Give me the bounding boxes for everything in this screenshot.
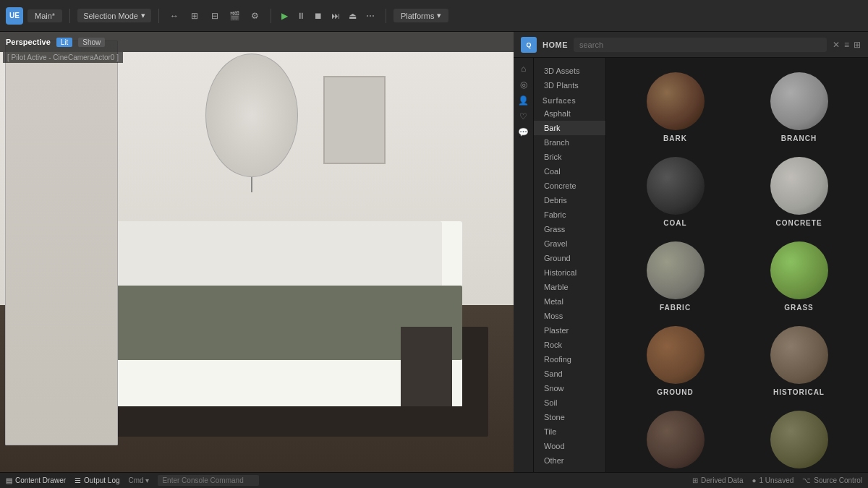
grid-view-icon[interactable]: ⊞ (854, 40, 861, 50)
settings-icon[interactable]: ⚙ (247, 8, 263, 24)
nav-item-coal[interactable]: Coal (534, 164, 605, 179)
nav-section-surfaces: Surfaces (534, 93, 605, 106)
nav-item-plaster[interactable]: Plaster (534, 323, 605, 338)
viewport-badge-lit[interactable]: Lit (56, 38, 73, 47)
log-icon: ☰ (75, 476, 81, 484)
nav-item-fabric[interactable]: Fabric (534, 207, 605, 222)
material-card-fabric[interactable]: FABRIC (615, 236, 736, 317)
browser-icons-col: ⌂ ◎ 👤 ♡ 💬 (514, 58, 534, 472)
cmd-dropdown[interactable]: Cmd ▾ (129, 476, 150, 484)
nav-item-soil[interactable]: Soil (534, 395, 605, 410)
globe-nav-icon[interactable]: ◎ (520, 80, 527, 90)
scene-nightstand (401, 327, 452, 406)
nav-item-asphalt[interactable]: Asphalt (534, 106, 605, 121)
browser-header: Q HOME ✕ ≡ ⊞ (514, 32, 868, 58)
browser-header-icons: ✕ ≡ ⊞ (833, 40, 861, 50)
close-icon[interactable]: ✕ (833, 40, 840, 50)
scene-bed-pillows (72, 221, 441, 295)
browser-home-tab[interactable]: HOME (542, 40, 568, 49)
nav-item-ground[interactable]: Ground (534, 251, 605, 265)
app-logo: UE (6, 7, 23, 25)
status-bar: ▤ Content Drawer ☰ Output Log Cmd ▾ ⊞ De… (0, 472, 868, 488)
nav-item-other[interactable]: Other (534, 453, 605, 468)
nav-item-marble[interactable]: Marble (534, 280, 605, 294)
browser-body: ⌂ ◎ 👤 ♡ 💬 3D Assets 3D Plants Surfaces A… (514, 58, 868, 472)
console-input[interactable] (158, 475, 259, 486)
bedroom-scene (0, 32, 514, 472)
viewport-tab-perspective[interactable]: Perspective (6, 38, 51, 46)
nav-item-snow[interactable]: Snow (534, 381, 605, 395)
browser-grid-area: BARKBRANCHCOALCONCRETEFABRICGRASSGROUNDH… (606, 58, 868, 472)
material-label-historical: HISTORICAL (773, 388, 825, 396)
material-card-moss[interactable]: MOSS (739, 405, 859, 472)
nav-item-gravel[interactable]: Gravel (534, 236, 605, 251)
material-sphere-grass (770, 241, 828, 299)
derived-data-btn[interactable]: ⊞ Derived Data (692, 476, 743, 484)
material-card-branch[interactable]: BRANCH (739, 67, 859, 148)
main-tab[interactable]: Main* (27, 9, 62, 22)
content-drawer-btn[interactable]: ▤ Content Drawer (6, 476, 66, 484)
material-card-grass[interactable]: GRASS (739, 236, 859, 317)
nav-item-3d-assets[interactable]: 3D Assets (534, 64, 605, 78)
scene-door (5, 40, 118, 445)
nav-item-brick[interactable]: Brick (534, 150, 605, 164)
viewport-badge-show[interactable]: Show (78, 38, 105, 47)
material-sphere-metal (647, 411, 705, 468)
nav-item-roofing[interactable]: Roofing (534, 352, 605, 367)
nav-item-moss[interactable]: Moss (534, 309, 605, 323)
scene-lamp (205, 53, 298, 207)
source-control-btn[interactable]: ⌥ Source Control (802, 476, 862, 484)
material-sphere-historical (770, 326, 828, 384)
stop-button[interactable]: ⏹ (310, 8, 326, 24)
skip-button[interactable]: ⏭ (328, 8, 344, 24)
play-button[interactable]: ▶ (278, 9, 292, 22)
material-label-branch: BRANCH (781, 134, 817, 142)
material-card-metal[interactable]: METAL (615, 405, 736, 472)
nav-item-3d-plants[interactable]: 3D Plants (534, 78, 605, 93)
material-sphere-concrete (770, 157, 828, 215)
nav-item-stone[interactable]: Stone (534, 410, 605, 424)
platforms-dropdown[interactable]: Platforms ▾ (393, 9, 448, 22)
unsaved-btn[interactable]: ● 1 Unsaved (752, 476, 793, 484)
selection-mode-dropdown[interactable]: Selection Mode ▾ (77, 9, 151, 22)
snap-icon[interactable]: ⊞ (187, 8, 203, 24)
heart-nav-icon[interactable]: ♡ (519, 111, 527, 121)
material-sphere-bark (647, 72, 705, 130)
material-label-ground: GROUND (657, 388, 693, 396)
user-nav-icon[interactable]: 👤 (518, 95, 529, 106)
drawer-icon: ▤ (6, 476, 12, 484)
material-card-bark[interactable]: BARK (615, 67, 736, 148)
browser-logo: Q (521, 37, 537, 53)
nav-item-debris[interactable]: Debris (534, 193, 605, 207)
more-button[interactable]: ⋯ (362, 8, 378, 24)
nav-item-historical[interactable]: Historical (534, 265, 605, 280)
grid-icon[interactable]: ⊟ (207, 8, 223, 24)
menu-icon[interactable]: ≡ (844, 40, 849, 50)
nav-item-rock[interactable]: Rock (534, 338, 605, 352)
home-nav-icon[interactable]: ⌂ (521, 64, 526, 74)
output-log-btn[interactable]: ☰ Output Log (75, 476, 119, 484)
material-sphere-coal (647, 157, 705, 215)
pause-button[interactable]: ⏸ (293, 8, 309, 24)
nav-item-concrete[interactable]: Concrete (534, 179, 605, 193)
material-card-ground[interactable]: GROUND (615, 320, 736, 402)
nav-item-bark[interactable]: Bark (534, 121, 605, 135)
material-label-bark: BARK (663, 134, 687, 142)
material-card-coal[interactable]: COAL (615, 151, 736, 233)
nav-item-grass[interactable]: Grass (534, 222, 605, 236)
nav-item-metal[interactable]: Metal (534, 294, 605, 309)
nav-item-branch[interactable]: Branch (534, 135, 605, 150)
scene-lamp-cord (251, 177, 252, 192)
nav-item-wood[interactable]: Wood (534, 439, 605, 453)
chat-nav-icon[interactable]: 💬 (518, 127, 529, 137)
eject-button[interactable]: ⏏ (345, 8, 361, 24)
material-card-historical[interactable]: HISTORICAL (739, 320, 859, 402)
separator-1 (69, 9, 70, 23)
camera-icon[interactable]: 🎬 (227, 8, 243, 24)
nav-item-tile[interactable]: Tile (534, 424, 605, 439)
browser-search-input[interactable] (574, 38, 827, 52)
transform-icon[interactable]: ↔ (166, 8, 182, 24)
scene-lamp-shade (205, 53, 298, 177)
nav-item-sand[interactable]: Sand (534, 367, 605, 381)
material-card-concrete[interactable]: CONCRETE (739, 151, 859, 233)
